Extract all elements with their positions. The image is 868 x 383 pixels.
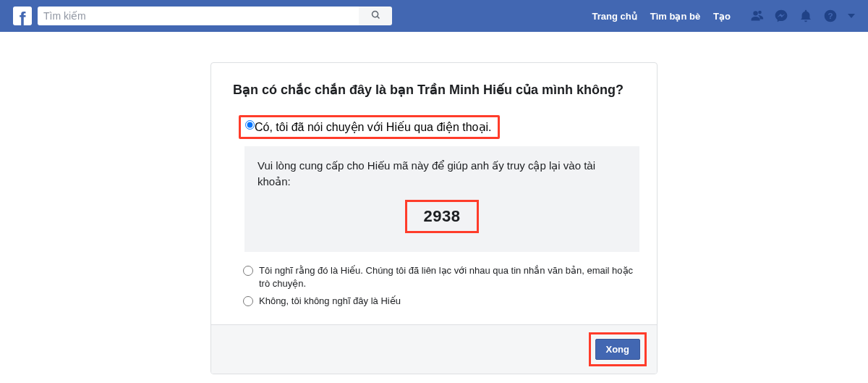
svg-line-1 [377,17,379,19]
card-footer: Xong [211,324,657,374]
facebook-logo[interactable]: f [13,7,32,25]
help-icon[interactable]: ? [823,9,838,23]
label-no[interactable]: Không, tôi không nghĩ đây là Hiếu [259,295,401,308]
option-row-no: Không, tôi không nghĩ đây là Hiếu [229,292,639,310]
recovery-code-prompt: Vui lòng cung cấp cho Hiếu mã này để giú… [258,158,626,190]
confirm-friend-card: Bạn có chắc chắn đây là bạn Trần Minh Hi… [210,62,658,374]
done-button[interactable]: Xong [595,339,641,360]
messenger-icon[interactable] [774,9,788,23]
svg-text:?: ? [827,11,833,20]
radio-yes-phone[interactable] [245,120,255,130]
search-icon [370,9,381,22]
top-icons: ? [748,8,855,24]
recovery-code-box: 2938 [405,200,479,233]
option-row-yes-phone: Có, tôi đã nói chuyện với Hiếu qua điện … [239,115,500,139]
top-nav: Trang chủ Tìm bạn bè Tạo ? [592,8,855,24]
recovery-code-panel: Vui lòng cung cấp cho Hiếu mã này để giú… [244,146,639,252]
account-menu-caret-icon[interactable] [848,14,855,18]
top-bar: f Trang chủ Tìm bạn bè Tạo ? [0,0,868,32]
recovery-code: 2938 [424,207,461,226]
notifications-icon[interactable] [799,9,813,23]
search-input[interactable] [38,7,359,25]
radio-no[interactable] [243,296,253,306]
nav-create[interactable]: Tạo [713,11,731,22]
search-wrap [38,7,392,25]
card-title: Bạn có chắc chắn đây là bạn Trần Minh Hi… [233,82,635,98]
friend-requests-icon[interactable] [748,8,764,24]
nav-home[interactable]: Trang chủ [592,11,637,22]
svg-point-0 [372,12,378,17]
label-yes-text[interactable]: Tôi nghĩ rằng đó là Hiếu. Chúng tôi đã l… [259,264,639,290]
done-highlight: Xong [589,332,647,366]
search-button[interactable] [359,7,392,25]
label-yes-phone[interactable]: Có, tôi đã nói chuyện với Hiếu qua điện … [255,120,492,134]
radio-yes-text[interactable] [243,266,253,276]
nav-find-friends[interactable]: Tìm bạn bè [650,11,700,22]
option-row-yes-text: Tôi nghĩ rằng đó là Hiếu. Chúng tôi đã l… [229,262,639,292]
